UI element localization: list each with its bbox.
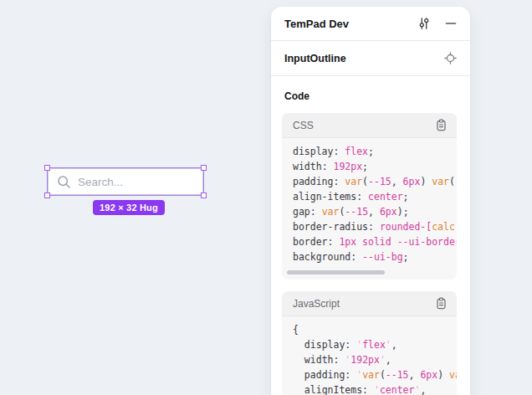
selection-handle-top-left[interactable] (44, 165, 50, 171)
code-section-title: Code (282, 90, 457, 102)
code-block-label: JavaScript (293, 298, 340, 310)
tempad-dev-panel: TemPad Dev InputOutline (271, 7, 470, 395)
css-code-block: CSS display: flex;width: 192px;padding: … (282, 113, 457, 280)
javascript-code-block: JavaScript { display: 'flex', width: '19… (282, 291, 457, 395)
selection-overlay: Search... (47, 167, 204, 196)
clipboard-copy-icon[interactable] (435, 297, 448, 310)
search-icon (57, 175, 71, 189)
javascript-code[interactable]: { display: 'flex', width: '192px', paddi… (282, 316, 457, 395)
code-line: alignItems: 'center', (293, 382, 457, 395)
code-line: border: 1px solid --ui-border-color; (293, 234, 457, 249)
panel-header: TemPad Dev (271, 7, 470, 41)
css-block-header: CSS (282, 113, 457, 138)
selection-handle-top-right[interactable] (201, 165, 207, 171)
horizontal-scrollbar[interactable] (287, 270, 385, 274)
javascript-block-header: JavaScript (282, 291, 457, 316)
code-block-label: CSS (293, 120, 314, 131)
css-code[interactable]: display: flex;width: 192px;padding: var(… (282, 138, 457, 268)
code-line: padding: var(--15, 6px) var(--15, 6px); (293, 174, 457, 189)
selection-handle-bottom-right[interactable] (201, 192, 207, 198)
search-input-component[interactable]: Search... (48, 168, 203, 195)
code-line: display: flex; (293, 144, 457, 159)
code-line: display: 'flex', (293, 337, 457, 352)
code-line: { (293, 322, 457, 337)
clipboard-copy-icon[interactable] (435, 119, 448, 131)
search-placeholder-text: Search... (78, 176, 123, 188)
code-line: border-radius: rounded-[calc(var(--round… (293, 219, 457, 234)
panel-header-actions (417, 17, 457, 30)
selected-component-row: InputOutline (271, 41, 470, 76)
minimize-icon[interactable] (445, 18, 457, 29)
code-line: padding: 'var(--15, 6px) var(--15, 6px)'… (293, 367, 457, 382)
panel-title: TemPad Dev (284, 18, 349, 30)
code-line: gap: var(--15, 6px); (293, 204, 457, 219)
crosshair-locate-icon[interactable] (444, 52, 457, 64)
size-badge: 192 × 32 Hug (93, 200, 165, 215)
code-line: align-items: center; (293, 189, 457, 204)
code-line: width: '192px', (293, 352, 457, 367)
code-line: width: 192px; (293, 159, 457, 174)
settings-sliders-icon[interactable] (417, 17, 431, 30)
code-line: background: --ui-bg; (293, 249, 457, 264)
panel-body: Code CSS display: flex;width: 192px;padd… (271, 76, 470, 395)
component-name: InputOutline (284, 53, 346, 64)
selection-handle-bottom-left[interactable] (44, 192, 50, 198)
